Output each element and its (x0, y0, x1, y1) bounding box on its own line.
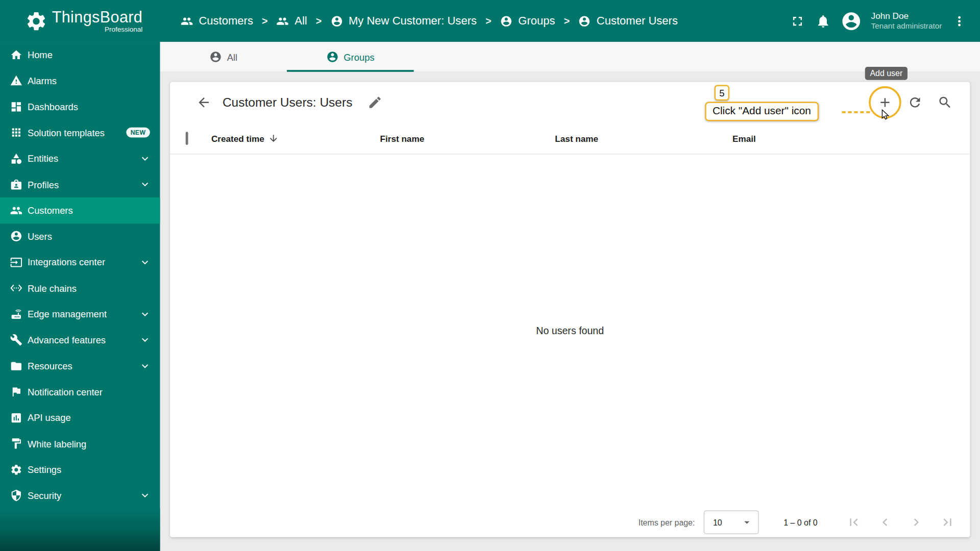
search-button[interactable] (933, 90, 958, 115)
sidebar-item-alarms[interactable]: Alarms (0, 68, 160, 94)
edge-management-icon (10, 308, 22, 320)
resources-folder-icon (10, 360, 22, 372)
page-size-value: 10 (713, 517, 722, 527)
sidebar-item-home[interactable]: Home (0, 42, 160, 68)
column-created-time[interactable]: Created time (211, 133, 380, 144)
sidebar-item-notification-center[interactable]: Notification center (0, 379, 160, 405)
sidebar-item-dashboards[interactable]: Dashboards (0, 94, 160, 120)
refresh-button[interactable] (902, 90, 927, 115)
sidebar-item-entities[interactable]: Entities (0, 145, 160, 171)
next-page-button[interactable] (904, 510, 929, 535)
people-icon (181, 15, 193, 27)
sidebar-item-label: Resources (28, 361, 72, 371)
chevron-down-icon (139, 308, 151, 320)
breadcrumb-label: My New Customer: Users (349, 14, 477, 28)
user-role: Tenant administrator (871, 21, 942, 32)
first-page-button[interactable] (841, 510, 866, 535)
pencil-icon (368, 95, 382, 110)
last-page-icon (940, 515, 955, 530)
last-page-button[interactable] (935, 510, 960, 535)
white-labeling-paint-icon (10, 437, 22, 449)
sidebar-item-solution-templates[interactable]: Solution templates NEW (0, 119, 160, 145)
sidebar-item-integrations-center[interactable]: Integrations center (0, 249, 160, 276)
users-person-icon (10, 230, 22, 242)
sidebar-item-advanced-features[interactable]: Advanced features (0, 327, 160, 353)
avatar[interactable] (841, 10, 862, 32)
alarms-warning-icon (10, 74, 22, 87)
entity-tabs: All Groups (160, 42, 980, 72)
user-icon (330, 15, 342, 27)
tab-label: Groups (344, 52, 374, 62)
screenshot-stage: ThingsBoard Professional Customers > All… (0, 0, 980, 551)
notifications-button[interactable] (815, 13, 831, 29)
integrations-icon (10, 256, 22, 268)
breadcrumb-separator: > (564, 15, 570, 27)
column-first-name[interactable]: First name (380, 133, 555, 143)
edit-title-button[interactable] (362, 90, 387, 115)
sidebar-item-label: Advanced features (28, 335, 106, 345)
more-menu-button[interactable] (951, 13, 968, 29)
breadcrumb-all[interactable]: All (277, 14, 307, 28)
breadcrumb-groups[interactable]: Groups (500, 14, 555, 28)
tab-all[interactable]: All (160, 42, 287, 72)
sidebar-item-security[interactable]: Security (0, 483, 160, 509)
breadcrumb-label: Groups (518, 14, 555, 28)
sidebar-item-settings[interactable]: Settings (0, 457, 160, 483)
column-email[interactable]: Email (732, 133, 970, 143)
sidebar-item-profiles[interactable]: Profiles (0, 171, 160, 197)
breadcrumb-label: All (295, 14, 307, 28)
fullscreen-button[interactable] (789, 13, 805, 29)
sidebar-item-white-labeling[interactable]: White labeling (0, 431, 160, 457)
table-header-row: Created time First name Last name Email (170, 123, 970, 154)
breadcrumb-separator: > (485, 15, 491, 27)
tab-groups[interactable]: Groups (287, 42, 414, 72)
annotation-connector-line (842, 111, 870, 113)
chevron-down-icon (139, 152, 151, 164)
thingsboard-logo[interactable]: ThingsBoard Professional (0, 0, 160, 42)
sidebar-item-edge-management[interactable]: Edge management (0, 301, 160, 327)
breadcrumb-customers[interactable]: Customers (181, 14, 253, 28)
logo-title: ThingsBoard (52, 9, 143, 25)
sidebar-item-label: Solution templates (28, 127, 105, 138)
column-label: Last name (555, 133, 598, 143)
mouse-cursor-icon (879, 108, 893, 122)
sidebar-item-resources[interactable]: Resources (0, 353, 160, 379)
sidebar-item-rule-chains[interactable]: Rule chains (0, 275, 160, 301)
top-header-bar: ThingsBoard Professional Customers > All… (0, 0, 980, 42)
sidebar-item-customers[interactable]: Customers (0, 197, 160, 223)
user-icon (578, 15, 591, 27)
user-icon (326, 51, 338, 63)
page-size-select[interactable]: 10 (704, 510, 759, 534)
sidebar-item-label: Edge management (28, 309, 107, 319)
empty-state-text: No users found (536, 325, 604, 336)
new-badge: NEW (126, 128, 150, 138)
select-all-checkbox[interactable] (186, 132, 188, 145)
sidebar-item-label: Home (28, 49, 53, 60)
users-table-card: Customer Users: Users (170, 82, 970, 537)
breadcrumb-customer-users[interactable]: Customer Users (578, 14, 678, 28)
dashboards-icon (10, 101, 22, 113)
column-last-name[interactable]: Last name (555, 133, 732, 143)
chevron-down-icon (139, 334, 151, 346)
security-shield-icon (10, 489, 22, 502)
sidebar-item-label: Alarms (28, 76, 57, 86)
sidebar-item-label: Integrations center (28, 257, 105, 268)
breadcrumb-label: Customers (199, 14, 253, 28)
notification-flag-icon (10, 386, 22, 398)
add-user-tooltip: Add user (865, 67, 908, 80)
back-button[interactable] (191, 90, 216, 115)
chevron-right-icon (909, 515, 923, 530)
header-actions: John Doe Tenant administrator (789, 10, 980, 32)
breadcrumb-separator: > (262, 15, 267, 27)
chevron-down-icon (139, 489, 151, 502)
previous-page-button[interactable] (872, 510, 897, 535)
card-header: Customer Users: Users (170, 82, 970, 123)
sidebar-item-api-usage[interactable]: API usage (0, 405, 160, 431)
column-label: First name (380, 133, 424, 143)
user-menu[interactable]: John Doe Tenant administrator (871, 10, 942, 32)
advanced-features-wrench-icon (10, 334, 22, 346)
breadcrumb-my-new-customer-users[interactable]: My New Customer: Users (330, 14, 477, 28)
sidebar-item-users[interactable]: Users (0, 223, 160, 249)
home-icon (10, 48, 22, 61)
sidebar-navigation: Home Alarms Dashboards Solution template… (0, 42, 160, 551)
